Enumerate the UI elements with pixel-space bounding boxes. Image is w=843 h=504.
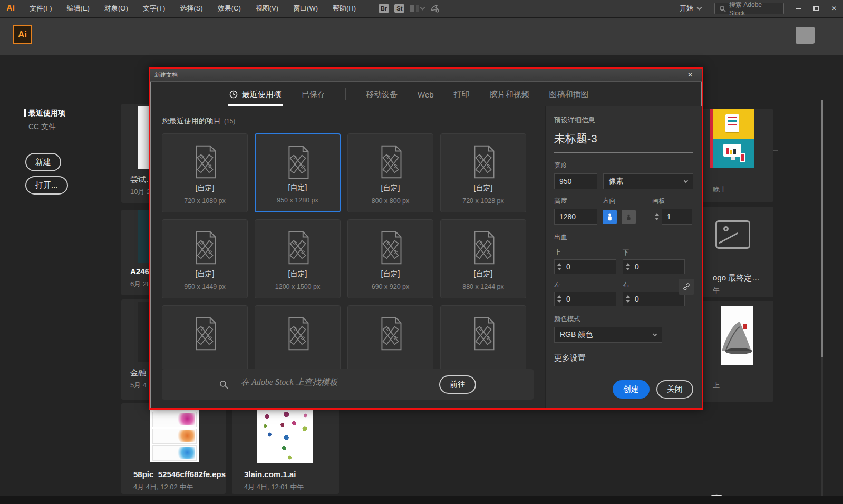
sidebar-item-cc-files[interactable]: CC 文件 xyxy=(28,122,56,132)
template-card[interactable]: [自定] 690 x 920 px xyxy=(347,219,433,298)
sidebar-item-recent[interactable]: 最近使用项 xyxy=(28,109,65,118)
dialog-tab[interactable]: 胶片和视频 xyxy=(490,82,529,106)
menu-item[interactable]: 窗口(W) xyxy=(286,4,325,13)
menu-item[interactable]: 对象(O) xyxy=(97,4,135,13)
unit-select[interactable]: 像素 xyxy=(603,173,693,189)
preset-details-panel: 预设详细信息 未标题-3 宽度 950 像素 高度 方向 画板 1280 xyxy=(545,106,702,408)
gpu-performance-icon[interactable] xyxy=(430,4,439,13)
menu-item[interactable]: 效果(C) xyxy=(210,4,248,13)
new-document-dialog: 新建文档 ✕ 最近使用项已保存移动设备Web打印胶片和视频图稿和插图 您最近使用… xyxy=(149,67,703,410)
template-card[interactable] xyxy=(440,305,526,369)
template-card[interactable]: [自定] 720 x 1028 px xyxy=(440,133,526,212)
header-right-button[interactable] xyxy=(796,27,815,44)
stepper-icon[interactable] xyxy=(555,295,564,303)
menu-item[interactable]: 视图(V) xyxy=(248,4,286,13)
menu-item[interactable]: 文件(F) xyxy=(22,4,60,13)
dialog-close-button[interactable]: ✕ xyxy=(683,71,697,79)
template-size: 800 x 800 px xyxy=(348,197,433,205)
scrollbar-thumb[interactable] xyxy=(821,100,823,357)
close-button[interactable]: 关闭 xyxy=(656,380,693,399)
file-thumbnail xyxy=(721,306,753,365)
file-name: ogo 最终定… xyxy=(713,273,760,283)
menu-item[interactable]: 文字(T) xyxy=(135,4,173,13)
window-bottom-edge xyxy=(0,496,843,504)
stock-template-search-bar: 在 Adobe Stock 上查找模板 前往 xyxy=(162,369,534,400)
dialog-tab[interactable]: 最近使用项 xyxy=(229,82,282,106)
template-card[interactable]: [自定] 950 x 1280 px xyxy=(255,133,341,212)
bleed-top-label: 上 xyxy=(554,248,616,257)
document-template-icon xyxy=(463,227,504,268)
document-name-input[interactable]: 未标题-3 xyxy=(554,131,693,153)
template-card[interactable]: [自定] 720 x 1080 px xyxy=(162,133,248,212)
template-card[interactable]: [自定] 950 x 1449 px xyxy=(162,219,248,298)
new-file-button[interactable]: 新建 xyxy=(25,153,61,171)
bleed-top-input[interactable]: 0 xyxy=(554,259,616,274)
orientation-label: 方向 xyxy=(603,197,652,206)
menu-item[interactable]: 编辑(E) xyxy=(60,4,97,13)
bleed-right-input[interactable]: 0 xyxy=(623,292,685,306)
stepper-icon[interactable] xyxy=(623,263,633,270)
orientation-landscape-button[interactable] xyxy=(622,210,636,224)
dialog-titlebar[interactable]: 新建文档 ✕ xyxy=(150,69,702,82)
bleed-left-input[interactable]: 0 xyxy=(554,292,616,306)
template-card[interactable]: [自定] 1200 x 1500 px xyxy=(255,219,341,298)
artboard-count-input[interactable]: 1 xyxy=(662,209,692,225)
bleed-bottom-value: 0 xyxy=(635,263,639,271)
template-name: [自定] xyxy=(256,183,340,192)
dialog-tab[interactable]: 移动设备 xyxy=(366,82,398,106)
unit-value: 像素 xyxy=(609,177,624,186)
start-workspace-switcher[interactable]: 开始 xyxy=(680,4,701,13)
scrollbar[interactable] xyxy=(821,100,823,504)
template-card[interactable] xyxy=(347,305,433,369)
close-window-button[interactable]: ✕ xyxy=(825,0,843,17)
menu-item[interactable]: 帮助(H) xyxy=(325,4,363,13)
template-name: [自定] xyxy=(348,183,433,193)
stock-template-search-input[interactable]: 在 Adobe Stock 上查找模板 xyxy=(241,377,427,392)
stock-icon[interactable]: St xyxy=(394,4,404,13)
document-template-icon xyxy=(277,227,318,268)
recent-file-card[interactable]: 3lain.com.1.ai 4月 4日, 12:01 中午 xyxy=(232,403,339,494)
file-name: 3lain.com.1.ai xyxy=(244,470,296,479)
maximize-button[interactable] xyxy=(807,0,825,17)
minimize-button[interactable] xyxy=(789,0,807,17)
arrange-documents-icon[interactable] xyxy=(410,5,424,12)
dialog-tab[interactable]: 已保存 xyxy=(302,82,325,106)
open-file-button[interactable]: 打开... xyxy=(25,176,68,195)
menu-item[interactable]: 选择(S) xyxy=(172,4,210,13)
stepper-icon[interactable] xyxy=(555,263,564,270)
menubar-icons: Br St xyxy=(371,4,439,13)
bleed-bottom-input[interactable]: 0 xyxy=(623,259,685,274)
go-button[interactable]: 前往 xyxy=(439,375,476,394)
artboard-stepper[interactable] xyxy=(652,213,662,220)
bridge-icon[interactable]: Br xyxy=(379,4,389,13)
image-placeholder-icon xyxy=(715,220,750,249)
tab-label: 移动设备 xyxy=(366,90,398,100)
template-card[interactable]: [自定] 800 x 800 px xyxy=(347,133,433,212)
create-button[interactable]: 创建 xyxy=(613,380,650,399)
template-card[interactable] xyxy=(255,305,341,369)
template-name: [自定] xyxy=(162,183,247,193)
document-template-icon xyxy=(185,227,226,268)
dialog-footer: 创建 关闭 xyxy=(613,380,693,399)
orientation-portrait-button[interactable] xyxy=(603,210,617,224)
dialog-tab[interactable]: Web xyxy=(418,82,434,106)
width-input[interactable]: 950 xyxy=(554,173,597,189)
dialog-tab[interactable]: 打印 xyxy=(454,82,470,106)
recent-file-card[interactable]: 58pic_52546cff682fe.eps 4月 4日, 12:02 中午 xyxy=(121,403,226,494)
color-mode-select[interactable]: RGB 颜色 xyxy=(554,327,662,343)
height-input[interactable]: 1280 xyxy=(554,209,597,225)
template-card[interactable] xyxy=(162,305,248,369)
template-card[interactable]: [自定] 880 x 1244 px xyxy=(440,219,526,298)
bleed-link-button[interactable] xyxy=(679,279,694,295)
chevron-down-icon xyxy=(697,5,702,11)
stock-search-input[interactable]: 搜索 Adobe Stock xyxy=(714,3,784,14)
separator xyxy=(673,3,673,14)
dialog-tab[interactable]: 图稿和插图 xyxy=(549,82,589,106)
stepper-icon[interactable] xyxy=(623,295,633,303)
more-settings-link[interactable]: 更多设置 xyxy=(554,353,693,363)
document-template-icon xyxy=(370,313,411,354)
menu-items: 文件(F)编辑(E)对象(O)文字(T)选择(S)效果(C)视图(V)窗口(W)… xyxy=(22,4,363,13)
orientation-toggle xyxy=(603,210,652,224)
file-date: 6月 28 xyxy=(130,279,150,289)
template-name: [自定] xyxy=(348,269,433,279)
